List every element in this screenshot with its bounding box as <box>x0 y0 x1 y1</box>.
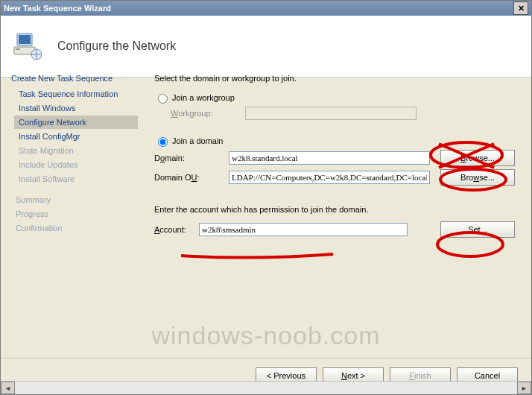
sidebar-step-task-sequence-info[interactable]: Task Sequence Information <box>14 87 138 101</box>
wizard-content: Select the domain or workgroup to join. … <box>142 63 531 358</box>
sidebar-step-progress: Progress <box>11 207 138 221</box>
domain-ou-input[interactable] <box>229 171 430 184</box>
scroll-right-icon[interactable]: ► <box>517 382 531 394</box>
sidebar-step-summary: Summary <box>11 193 138 206</box>
join-workgroup-label: Join a workgroup <box>172 93 235 102</box>
sidebar-group-title: Create New Task Sequence <box>11 74 138 83</box>
sidebar-step-configure-network[interactable]: Configure Network <box>14 116 138 129</box>
sidebar-step-install-windows[interactable]: Install Windows <box>14 101 138 115</box>
join-domain-label: Join a domain <box>172 136 224 145</box>
wizard-sidebar: Create New Task Sequence Task Sequence I… <box>1 63 142 358</box>
close-icon: ✕ <box>518 4 525 13</box>
scroll-left-icon[interactable]: ◄ <box>1 382 15 394</box>
account-intro: Enter the account which has permission t… <box>154 205 515 214</box>
page-title: Configure the Network <box>57 40 176 53</box>
close-button[interactable]: ✕ <box>513 1 528 15</box>
sidebar-step-include-updates: Include Updates <box>14 158 138 171</box>
intro-text: Select the domain or workgroup to join. <box>154 74 515 83</box>
browse-ou-button[interactable]: Browse... <box>440 169 515 186</box>
domain-ou-label: Domain OU: <box>154 173 229 182</box>
window-title: New Task Sequence Wizard <box>4 4 111 13</box>
workgroup-input <box>245 107 417 120</box>
sidebar-step-confirmation: Confirmation <box>11 221 138 235</box>
horizontal-scrollbar[interactable]: ◄ ► <box>1 381 531 394</box>
join-domain-radio[interactable] <box>158 137 168 147</box>
account-input <box>199 223 408 236</box>
svg-rect-3 <box>16 48 20 50</box>
title-bar: New Task Sequence Wizard ✕ <box>1 1 531 16</box>
workgroup-label: Workgroup: <box>171 109 245 118</box>
sidebar-step-install-configmgr[interactable]: Install ConfigMgr <box>14 130 138 143</box>
wizard-window: New Task Sequence Wizard ✕ Configure the… <box>0 0 532 395</box>
network-computer-icon <box>11 29 44 63</box>
sidebar-step-state-migration: State Migration <box>14 144 138 157</box>
set-account-button[interactable]: Set... <box>440 221 515 238</box>
domain-label: Domain: <box>154 154 229 162</box>
domain-input[interactable] <box>229 151 430 165</box>
browse-domain-button[interactable]: Browse... <box>440 150 515 166</box>
join-workgroup-radio[interactable] <box>158 94 168 104</box>
svg-rect-1 <box>19 35 31 44</box>
sidebar-step-install-software: Install Software <box>14 172 138 186</box>
annotation-account-underline <box>180 251 336 263</box>
